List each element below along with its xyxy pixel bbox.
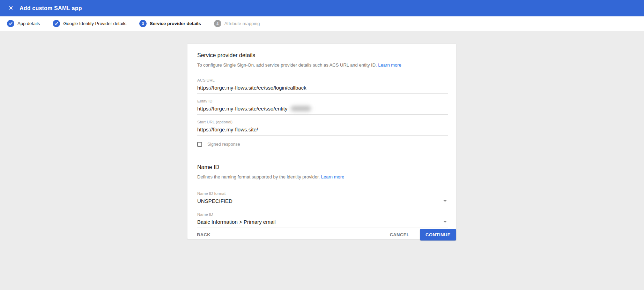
check-icon bbox=[7, 20, 14, 27]
back-button[interactable]: BACK bbox=[194, 229, 213, 240]
name-id-select[interactable]: Basic Information > Primary email bbox=[197, 219, 448, 228]
description-text: Defines the naming format supported by t… bbox=[197, 174, 320, 180]
entity-id-input[interactable]: https://forge.my-flows.site/ee/sso/entit… bbox=[197, 106, 448, 115]
step-number-badge: 3 bbox=[139, 20, 147, 27]
step-label: App details bbox=[17, 21, 40, 26]
section-title-name-id: Name ID bbox=[197, 164, 447, 170]
step-attribute-mapping: 4 Attribute mapping bbox=[214, 20, 260, 27]
step-label: Google Identity Provider details bbox=[63, 21, 126, 26]
entity-id-field: Entity ID https://forge.my-flows.site/ee… bbox=[197, 99, 448, 115]
chevron-down-icon bbox=[443, 200, 447, 202]
name-id-format-value: UNSPECIFIED bbox=[197, 198, 232, 204]
step-separator: — bbox=[131, 21, 135, 26]
signed-response-label: Signed response bbox=[207, 142, 240, 147]
learn-more-link[interactable]: Learn more bbox=[378, 62, 401, 68]
name-id-format-select[interactable]: UNSPECIFIED bbox=[197, 198, 448, 207]
wizard-stepper: App details — Google Identity Provider d… bbox=[0, 16, 644, 31]
section-description: To configure Single Sign-On, add service… bbox=[197, 62, 447, 68]
step-separator: — bbox=[44, 21, 49, 26]
dialog-title: Add custom SAML app bbox=[20, 5, 82, 12]
name-id-value: Basic Information > Primary email bbox=[197, 219, 276, 225]
acs-url-input[interactable]: https://forge.my-flows.site/ee/sso/login… bbox=[197, 85, 448, 94]
signed-response-checkbox[interactable] bbox=[197, 142, 202, 147]
signed-response-row: Signed response bbox=[197, 142, 447, 147]
continue-button[interactable]: CONTINUE bbox=[420, 229, 456, 241]
dialog-header: ✕ Add custom SAML app bbox=[0, 0, 644, 16]
service-provider-details-card: Service provider details To configure Si… bbox=[187, 44, 456, 239]
start-url-field: Start URL (optional) https://forge.my-fl… bbox=[197, 120, 448, 136]
acs-url-label: ACS URL bbox=[197, 78, 448, 82]
acs-url-field: ACS URL https://forge.my-flows.site/ee/s… bbox=[197, 78, 448, 94]
step-service-provider-details[interactable]: 3 Service provider details bbox=[139, 20, 201, 27]
step-number-badge: 4 bbox=[214, 20, 221, 27]
step-separator: — bbox=[205, 21, 210, 26]
name-id-section: Name ID Defines the naming format suppor… bbox=[197, 164, 447, 228]
name-id-description: Defines the naming format supported by t… bbox=[197, 174, 447, 180]
redacted-blur bbox=[291, 106, 311, 111]
description-text: To configure Single Sign-On, add service… bbox=[197, 62, 377, 68]
step-app-details[interactable]: App details bbox=[7, 20, 40, 27]
cancel-button[interactable]: CANCEL bbox=[387, 229, 413, 240]
dialog-footer: BACK CANCEL CONTINUE bbox=[187, 229, 456, 241]
entity-id-value: https://forge.my-flows.site/ee/sso/entit… bbox=[197, 106, 287, 112]
check-icon bbox=[53, 20, 60, 27]
entity-id-label: Entity ID bbox=[197, 99, 448, 103]
step-label: Attribute mapping bbox=[224, 21, 260, 26]
chevron-down-icon bbox=[443, 221, 447, 223]
name-id-format-field: Name ID format UNSPECIFIED bbox=[197, 191, 448, 207]
start-url-label: Start URL (optional) bbox=[197, 120, 448, 124]
name-id-field: Name ID Basic Information > Primary emai… bbox=[197, 212, 448, 228]
step-google-idp-details[interactable]: Google Identity Provider details bbox=[53, 20, 126, 27]
step-label: Service provider details bbox=[150, 21, 201, 26]
name-id-label: Name ID bbox=[197, 212, 448, 216]
start-url-input[interactable]: https://forge.my-flows.site/ bbox=[197, 127, 448, 136]
section-title-service-provider: Service provider details bbox=[197, 52, 447, 59]
learn-more-link[interactable]: Learn more bbox=[321, 174, 344, 180]
name-id-format-label: Name ID format bbox=[197, 191, 448, 196]
close-icon[interactable]: ✕ bbox=[6, 4, 15, 13]
